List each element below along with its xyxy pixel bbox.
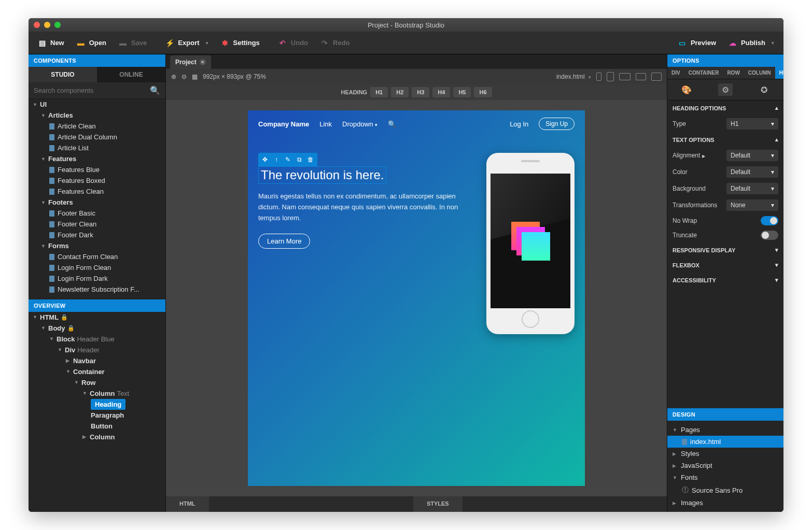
color-select[interactable]: Default▾ xyxy=(726,166,778,178)
device-desktop-icon[interactable] xyxy=(651,73,662,81)
tree-ui[interactable]: ▼UI xyxy=(29,99,165,110)
undo-button[interactable]: ↶Undo xyxy=(273,36,313,50)
section-accessibility[interactable]: ACCESSIBILITY▾ xyxy=(667,273,783,288)
h4-button[interactable]: H4 xyxy=(432,87,450,97)
ov-button[interactable]: Button xyxy=(29,421,165,432)
design-fonts[interactable]: ▼Fonts xyxy=(667,471,783,483)
crumb-div[interactable]: DIV xyxy=(667,67,684,79)
page-selector[interactable]: index.html ▾ xyxy=(556,73,591,80)
copy-icon[interactable]: ⧉ xyxy=(295,155,304,164)
tab-online[interactable]: ONLINE xyxy=(97,67,165,82)
zoom-in-icon[interactable]: ⊕ xyxy=(171,73,176,80)
h6-button[interactable]: H6 xyxy=(474,87,492,97)
ov-html[interactable]: ▼HTML🔒 xyxy=(29,312,165,323)
section-heading-options[interactable]: HEADING OPTIONS▴ xyxy=(667,101,783,116)
signup-button[interactable]: Sign Up xyxy=(539,118,575,130)
gear-icon[interactable]: ⚙ xyxy=(718,83,733,96)
nav-dropdown[interactable]: Dropdown ▾ xyxy=(342,120,377,128)
tree-article-clean[interactable]: Article Clean xyxy=(29,121,165,132)
file-tab-project[interactable]: Project× xyxy=(170,55,211,69)
background-select[interactable]: Default▾ xyxy=(726,183,778,194)
design-javascript[interactable]: ▶JavaScript xyxy=(667,460,783,471)
redo-button[interactable]: ↷Redo xyxy=(315,36,355,50)
design-images[interactable]: ▶Images xyxy=(667,497,783,509)
zoom-out-icon[interactable]: ⊖ xyxy=(181,73,187,80)
alignment-select[interactable]: Default▾ xyxy=(726,150,778,161)
device-mobile-icon[interactable] xyxy=(596,73,601,81)
crumb-column[interactable]: COLUMN xyxy=(744,67,775,79)
ov-column2[interactable]: ▶Column xyxy=(29,432,165,442)
search-icon[interactable]: 🔍 xyxy=(388,120,396,128)
ov-body[interactable]: ▼Body🔒 xyxy=(29,323,165,334)
save-button[interactable]: ▬Save xyxy=(114,36,152,50)
tree-footers[interactable]: ▼Footers xyxy=(29,197,165,208)
tree-articles[interactable]: ▼Articles xyxy=(29,110,165,121)
nowrap-toggle[interactable] xyxy=(761,216,778,225)
tab-studio[interactable]: STUDIO xyxy=(29,67,97,82)
device-laptop-icon[interactable] xyxy=(636,73,646,80)
close-icon[interactable] xyxy=(34,22,40,28)
fit-icon[interactable]: ▦ xyxy=(192,73,198,80)
h5-button[interactable]: H5 xyxy=(453,87,471,97)
section-flexbox[interactable]: FLEXBOX▾ xyxy=(667,257,783,273)
design-pages[interactable]: ▼Pages xyxy=(667,424,783,436)
device-tablet-icon[interactable] xyxy=(607,72,614,81)
crumb-row[interactable]: ROW xyxy=(723,67,744,79)
section-responsive[interactable]: RESPONSIVE DISPLAY▾ xyxy=(667,242,783,257)
maximize-icon[interactable] xyxy=(54,22,61,28)
ov-block[interactable]: ▼BlockHeader Blue xyxy=(29,334,165,345)
tree-article-list[interactable]: Article List xyxy=(29,142,165,153)
h2-button[interactable]: H2 xyxy=(391,87,409,97)
tree-footer-basic[interactable]: Footer Basic xyxy=(29,208,165,219)
palette-icon[interactable]: 🎨 xyxy=(679,83,694,96)
learn-more-button[interactable]: Learn More xyxy=(258,234,310,249)
ov-div[interactable]: ▼DivHeader xyxy=(29,345,165,355)
up-icon[interactable]: ↑ xyxy=(272,155,281,164)
ov-row[interactable]: ▼Row xyxy=(29,377,165,388)
tree-login-clean[interactable]: Login Form Clean xyxy=(29,262,165,273)
tree-newsletter[interactable]: Newsletter Subscription F... xyxy=(29,284,165,295)
tree-features-boxed[interactable]: Features Boxed xyxy=(29,175,165,186)
ov-container[interactable]: ▼Container xyxy=(29,366,165,377)
search-icon[interactable]: 🔍 xyxy=(150,85,160,95)
new-button[interactable]: ▤New xyxy=(33,36,69,50)
design-font-item[interactable]: ⓕSource Sans Pro xyxy=(667,483,783,497)
ov-column[interactable]: ▼ColumnText xyxy=(29,388,165,399)
tree-features[interactable]: ▼Features xyxy=(29,153,165,164)
ov-heading[interactable]: Heading xyxy=(91,399,125,410)
tree-footer-dark[interactable]: Footer Dark xyxy=(29,230,165,240)
nav-link[interactable]: Link xyxy=(319,120,332,128)
hero-body[interactable]: Mauris egestas tellus non ex condimentum… xyxy=(258,191,471,223)
tree-footer-clean[interactable]: Footer Clean xyxy=(29,219,165,230)
section-text-options[interactable]: TEXT OPTIONS▴ xyxy=(667,132,783,147)
ov-paragraph[interactable]: Paragraph xyxy=(29,410,165,421)
tree-forms[interactable]: ▼Forms xyxy=(29,240,165,251)
tree-features-blue[interactable]: Features Blue xyxy=(29,164,165,175)
settings-button[interactable]: ✱Settings xyxy=(216,36,265,50)
edit-icon[interactable]: ✎ xyxy=(283,155,292,164)
tree-login-dark[interactable]: Login Form Dark xyxy=(29,273,165,284)
publish-button[interactable]: ☁Publish▾ xyxy=(723,36,779,50)
h3-button[interactable]: H3 xyxy=(412,87,429,97)
delete-icon[interactable]: 🗑 xyxy=(306,155,315,164)
tree-article-dual[interactable]: Article Dual Column xyxy=(29,132,165,142)
export-button[interactable]: ⚡Export▾ xyxy=(160,36,213,50)
h1-button[interactable]: H1 xyxy=(370,87,388,97)
tab-styles[interactable]: STYLES xyxy=(413,496,463,512)
ov-navbar[interactable]: ▶Navbar xyxy=(29,355,165,366)
tree-contact-form[interactable]: Contact Form Clean xyxy=(29,251,165,262)
type-select[interactable]: H1▾ xyxy=(726,118,778,130)
crumb-container[interactable]: CONTAINER xyxy=(684,67,723,79)
preview-button[interactable]: ▭Preview xyxy=(673,36,721,50)
canvas[interactable]: Company Name Link Dropdown ▾ 🔍 Log In Si… xyxy=(166,100,667,496)
tab-html[interactable]: HTML xyxy=(166,496,209,512)
open-button[interactable]: ▬Open xyxy=(72,36,111,50)
truncate-toggle[interactable] xyxy=(761,231,778,240)
page-preview[interactable]: Company Name Link Dropdown ▾ 🔍 Log In Si… xyxy=(248,110,585,486)
minimize-icon[interactable] xyxy=(44,22,50,28)
search-input[interactable] xyxy=(34,87,150,94)
design-index[interactable]: index.html xyxy=(667,436,783,448)
tree-features-clean[interactable]: Features Clean xyxy=(29,186,165,197)
transformations-select[interactable]: None▾ xyxy=(726,199,778,211)
hero-headline[interactable]: The revolution is here. xyxy=(258,166,386,184)
